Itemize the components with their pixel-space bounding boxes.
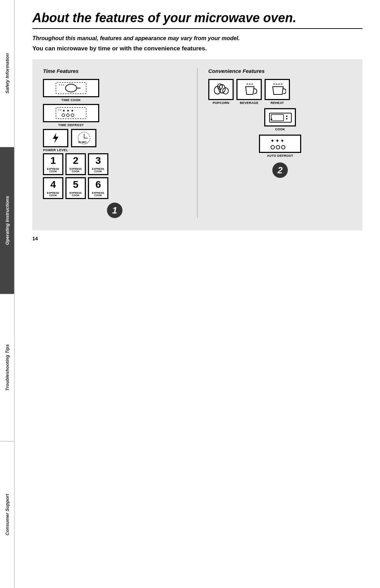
svg-point-11: [66, 114, 69, 117]
power-level-button[interactable]: [43, 129, 68, 147]
sec30-icon: 30 SEC.: [74, 130, 94, 146]
svg-point-4: [61, 85, 62, 86]
reheat-button[interactable]: [265, 79, 290, 100]
time-features-column: Time Features: [43, 68, 194, 218]
svg-point-22: [223, 88, 228, 94]
svg-point-1: [65, 84, 77, 92]
cook-row: COOK: [208, 108, 352, 131]
svg-point-34: [281, 146, 285, 149]
express-row-1: 1 EXPRESS COOK 2 EXPRESS COOK 3 EXPRESS …: [43, 153, 186, 175]
express-cook-5-button[interactable]: 5 EXPRESS COOK: [65, 177, 86, 199]
subtitle1: Throughout this manual, features and app…: [32, 35, 362, 42]
power-level-label: POWER LEVEL: [43, 148, 68, 152]
feature-panel: Time Features: [32, 59, 362, 230]
sec30-button[interactable]: 30 SEC.: [71, 129, 96, 147]
svg-point-33: [276, 146, 280, 149]
auto-defrost-label: AUTO DEFROST: [267, 154, 293, 157]
svg-point-12: [71, 114, 74, 117]
reheat-icon: [268, 82, 286, 97]
express-6-label: EXPRESS COOK: [90, 192, 106, 197]
beverage-icon: [240, 82, 258, 97]
time-defrost-btn-group: ✦ ✦ ✦ TIME DEFROST: [43, 104, 99, 127]
page-number: 14: [32, 236, 362, 241]
time-defrost-label: TIME DEFROST: [58, 123, 84, 127]
reheat-btn-group: REHEAT: [265, 79, 290, 105]
express-1-label: EXPRESS COOK: [45, 168, 61, 173]
svg-point-13: [58, 110, 59, 111]
express-6-number: 6: [95, 180, 101, 190]
power-level-btn-group: POWER LEVEL: [43, 129, 68, 152]
power-row: POWER LEVEL 30 SEC.: [43, 129, 186, 152]
svg-text:✦: ✦: [276, 138, 279, 143]
svg-text:✦: ✦: [66, 109, 70, 113]
auto-defrost-row: ✦ ✦ ✦ AUTO DEFROST: [208, 135, 352, 157]
sidebar-section-operating: Operating Instructions: [0, 147, 14, 295]
svg-point-10: [62, 114, 65, 117]
express-5-number: 5: [73, 180, 78, 190]
sec30-btn-group: 30 SEC.: [71, 129, 96, 147]
reheat-label: REHEAT: [271, 101, 284, 105]
time-defrost-icon: ✦ ✦ ✦: [55, 107, 87, 119]
svg-point-3: [59, 85, 60, 86]
auto-defrost-btn-group: ✦ ✦ ✦ AUTO DEFROST: [259, 135, 301, 157]
express-3-number: 3: [95, 156, 101, 166]
badge-1: 1: [107, 203, 122, 218]
time-cook-btn-group: TIME COOK: [43, 79, 99, 102]
express-cook-6-button[interactable]: 6 EXPRESS COOK: [88, 177, 108, 199]
time-cook-icon: [55, 82, 87, 94]
svg-point-14: [61, 110, 62, 111]
badge-2: 2: [272, 162, 288, 178]
main-content: About the features of your microwave ove…: [15, 0, 380, 255]
auto-defrost-button[interactable]: ✦ ✦ ✦: [259, 135, 301, 153]
svg-text:30 SEC.: 30 SEC.: [78, 141, 87, 143]
svg-point-26: [286, 116, 287, 117]
svg-marker-15: [53, 133, 58, 143]
time-cook-row: TIME COOK: [43, 79, 186, 102]
popcorn-label: POPCORN: [213, 101, 229, 105]
express-2-number: 2: [73, 156, 78, 166]
popcorn-btn-group: POPCORN: [208, 79, 234, 105]
express-cook-4-button[interactable]: 4 EXPRESS COOK: [43, 177, 63, 199]
express-4-label: EXPRESS COOK: [45, 192, 61, 197]
beverage-btn-group: BEVERAGE: [236, 79, 262, 105]
express-cook-1-button[interactable]: 1 EXPRESS COOK: [43, 153, 63, 175]
sidebar-label-troubleshooting: Troubleshooting Tips: [5, 344, 10, 391]
popcorn-button[interactable]: [208, 79, 234, 100]
express-cook-2-button[interactable]: 2 EXPRESS COOK: [65, 153, 86, 175]
convenience-features-column: Convenience Features POPCORN: [201, 68, 352, 218]
svg-text:✦: ✦: [271, 138, 274, 143]
time-features-heading: Time Features: [43, 68, 186, 74]
express-1-number: 1: [50, 156, 56, 166]
time-cook-label: TIME COOK: [61, 98, 81, 102]
time-defrost-button[interactable]: ✦ ✦ ✦: [43, 104, 99, 122]
svg-text:✦: ✦: [71, 109, 74, 113]
express-5-label: EXPRESS COOK: [68, 192, 83, 197]
time-cook-button[interactable]: [43, 79, 99, 97]
svg-text:✦: ✦: [62, 109, 65, 113]
time-defrost-row: ✦ ✦ ✦ TIME DEFROST: [43, 104, 186, 127]
cook-btn-group: COOK: [264, 108, 296, 131]
express-row-2: 4 EXPRESS COOK 5 EXPRESS COOK 6 EXPRESS …: [43, 177, 186, 199]
sidebar-label-safety: Safety Information: [5, 53, 10, 93]
svg-point-32: [271, 146, 274, 149]
svg-rect-25: [271, 114, 284, 121]
badge-1-row: 1: [43, 203, 186, 218]
beverage-button[interactable]: [236, 79, 262, 100]
popcorn-icon: [212, 82, 230, 97]
express-2-label: EXPRESS COOK: [68, 168, 83, 173]
cook-button[interactable]: [264, 108, 296, 126]
page-title: About the features of your microwave ove…: [32, 11, 362, 29]
express-cook-3-button[interactable]: 3 EXPRESS COOK: [88, 153, 108, 175]
cook-icon: [268, 110, 292, 124]
cook-label: COOK: [275, 128, 285, 131]
auto-defrost-icon: ✦ ✦ ✦: [264, 136, 296, 151]
svg-point-5: [63, 85, 64, 86]
features-divider: [197, 68, 198, 218]
express-4-number: 4: [50, 180, 56, 190]
sidebar-section-safety: Safety Information: [0, 0, 14, 147]
badge-2-row: 2: [208, 162, 352, 178]
sidebar-label-consumer: Consumer Support: [5, 494, 10, 536]
subtitle2: You can microwave by time or with the co…: [32, 45, 362, 52]
express-3-label: EXPRESS COOK: [90, 168, 106, 173]
sidebar-label-operating: Operating Instructions: [5, 196, 10, 245]
